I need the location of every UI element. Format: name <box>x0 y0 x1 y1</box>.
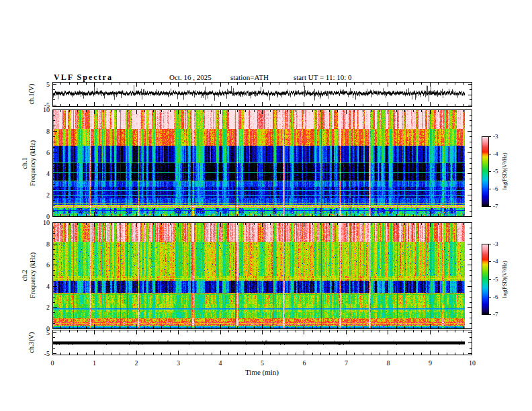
colorbar-2 <box>482 244 492 315</box>
tick-label: -6 <box>493 293 506 301</box>
tick-label: 3 <box>172 359 185 367</box>
ch2-spectrogram-panel <box>52 222 472 329</box>
tick-label: 5 <box>38 81 50 88</box>
tick-label: 2 <box>130 359 143 367</box>
tick-label: 10 <box>38 219 50 226</box>
start-ut-label: start UT = 11: 10: 0 <box>294 73 352 81</box>
tick-label: 8 <box>38 240 50 248</box>
date-label: Oct. 16 , 2025 <box>169 73 212 81</box>
tick-label: -5 <box>38 350 50 357</box>
tick-label: 8 <box>38 128 50 135</box>
tick-label: 4 <box>214 359 227 367</box>
tick-label: 1 <box>88 359 101 367</box>
colorbar-1 <box>482 136 492 207</box>
tick-label: 6 <box>38 261 50 269</box>
tick-label: 4 <box>38 170 50 177</box>
tick-label: 2 <box>38 304 50 311</box>
tick-label: -5 <box>493 168 506 175</box>
tick-label: -3 <box>493 133 506 140</box>
ch3-waveform-panel <box>52 330 472 355</box>
tick-label: -4 <box>493 150 506 158</box>
tick-label: 10 <box>466 359 479 367</box>
station-label: station=ATH <box>230 73 269 81</box>
tick-label: -5 <box>493 276 506 283</box>
time-axis-label: Time (min) <box>245 368 279 376</box>
tick-label: -3 <box>493 240 506 248</box>
figure-title: VLF Spectra <box>54 73 113 83</box>
tick-label: -6 <box>493 185 506 193</box>
tick-label: -5 <box>38 101 50 109</box>
tick-label: 4 <box>38 283 50 290</box>
tick-label: 0 <box>46 359 59 367</box>
tick-label: -7 <box>493 311 506 318</box>
tick-label: 6 <box>38 149 50 156</box>
ch1-waveform-panel <box>52 82 472 107</box>
tick-label: -7 <box>493 203 506 210</box>
tick-label: 5 <box>38 329 50 336</box>
ch1-spectrogram-panel <box>52 109 472 217</box>
tick-label: 6 <box>298 359 311 367</box>
tick-label: 7 <box>340 359 353 367</box>
tick-label: -4 <box>493 258 506 265</box>
tick-label: 8 <box>382 359 395 367</box>
tick-label: 5 <box>256 359 269 367</box>
tick-label: 9 <box>424 359 437 367</box>
vlf-spectra-figure: VLF Spectra Oct. 16 , 2025 station=ATH s… <box>0 0 532 411</box>
tick-label: 2 <box>38 191 50 199</box>
